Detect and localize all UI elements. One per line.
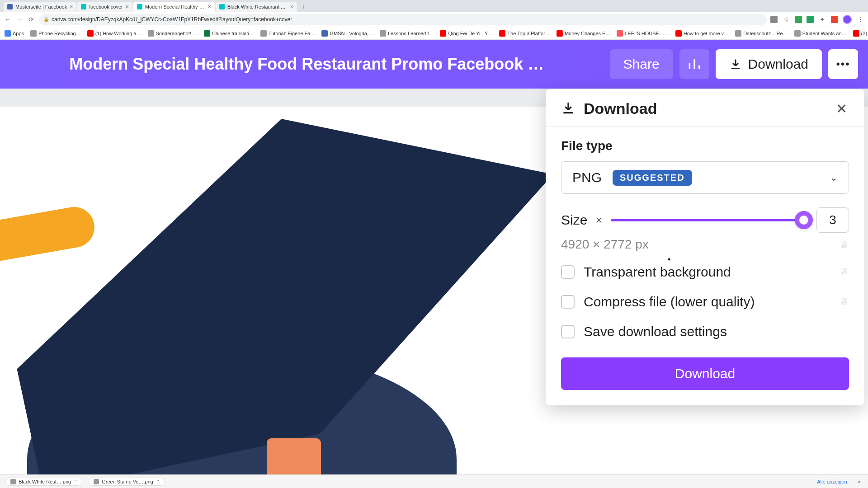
show-all-downloads[interactable]: Alle anzeigen xyxy=(815,479,850,484)
extension-icon[interactable] xyxy=(795,16,802,23)
download-icon xyxy=(729,58,742,70)
insights-button[interactable] xyxy=(679,49,709,79)
option-save-settings[interactable]: Save download settings xyxy=(561,324,849,339)
bookmark-item[interactable]: (1) How Working a… xyxy=(87,30,142,37)
bookmark-item[interactable]: LEE 'S HOUSE—… xyxy=(617,30,669,37)
bookmark-item[interactable]: Tutorial: Eigene Fa… xyxy=(260,30,316,37)
tab-current[interactable]: Modern Special Healthy Food× xyxy=(133,2,215,12)
download-button[interactable]: Download xyxy=(561,357,849,390)
bookmark-item[interactable]: (2) How To Add A… xyxy=(853,30,868,37)
close-shelf-button[interactable]: × xyxy=(856,479,863,484)
download-label: Download xyxy=(748,56,808,72)
file-type-select[interactable]: PNG SUGGESTED ⌄ xyxy=(561,161,849,194)
tab-cover[interactable]: facebook cover× xyxy=(77,2,132,12)
panel-body: File type PNG SUGGESTED ⌄ Size × 4920 × … xyxy=(546,127,864,405)
bookmark-item[interactable]: Apps xyxy=(5,30,24,37)
bookmark-item[interactable]: Qing Fei De Yi - Y… xyxy=(440,30,493,37)
shelf-download-item[interactable]: Green Stamp Ve….png ⌃ xyxy=(89,478,165,486)
size-input[interactable] xyxy=(816,207,849,233)
checkbox[interactable] xyxy=(561,295,575,309)
dimensions-row: 4920 × 2772 px ♕ xyxy=(561,237,849,252)
bookmark-favicon-icon xyxy=(557,30,563,37)
profile-avatar[interactable] xyxy=(843,15,852,24)
bookmark-favicon-icon xyxy=(735,30,741,37)
bookmark-item[interactable]: Chinese translati… xyxy=(204,30,254,37)
size-slider[interactable] xyxy=(611,211,808,229)
menu-icon[interactable]: ⋮ xyxy=(856,15,864,23)
bar-chart-icon xyxy=(687,57,702,71)
star-icon[interactable]: ☆ xyxy=(782,15,790,23)
more-button[interactable]: ••• xyxy=(828,49,858,79)
file-icon xyxy=(10,479,16,484)
slider-thumb[interactable] xyxy=(795,211,813,229)
bookmark-item[interactable]: GMSN - Vologda,… xyxy=(321,30,373,37)
bookmark-favicon-icon xyxy=(204,30,210,37)
puzzle-icon[interactable]: ✦ xyxy=(818,15,826,23)
back-icon[interactable]: ← xyxy=(4,15,12,23)
share-button[interactable]: Share xyxy=(610,49,673,79)
lock-icon: 🔒 xyxy=(43,17,49,22)
bookmark-favicon-icon xyxy=(499,30,505,37)
crown-icon: ♕ xyxy=(840,266,849,278)
download-shelf: Black White Rest….png ⌃ Green Stamp Ve….… xyxy=(0,474,868,488)
tab-facebook[interactable]: Musterseite | Facebook× xyxy=(4,2,76,12)
size-row: Size × xyxy=(561,207,849,233)
tab-black-white[interactable]: Black White Restaurant Typog× xyxy=(216,2,297,12)
chevron-up-icon[interactable]: ⌃ xyxy=(156,479,160,484)
file-type-value: PNG xyxy=(572,170,602,185)
shelf-download-item[interactable]: Black White Rest….png ⌃ xyxy=(5,478,82,486)
bookmark-item[interactable]: The Top 3 Platfor… xyxy=(499,30,550,37)
close-icon[interactable]: × xyxy=(290,4,293,10)
file-type-label: File type xyxy=(561,139,849,153)
forward-icon[interactable]: → xyxy=(15,15,24,23)
dimensions-text: 4920 × 2772 px xyxy=(561,237,840,252)
document-title: Modern Special Healthy Food Restaurant P… xyxy=(10,55,604,74)
tab-title: facebook cover xyxy=(89,4,123,9)
shelf-filename: Black White Rest….png xyxy=(19,479,71,484)
tab-title: Modern Special Healthy Food xyxy=(145,4,205,9)
favicon-icon xyxy=(219,4,225,9)
artwork-shape xyxy=(0,204,98,263)
bookmark-item[interactable]: Lessons Learned f… xyxy=(380,30,434,37)
extension-icon[interactable] xyxy=(807,16,814,23)
url-input[interactable]: 🔒 canva.com/design/DAEyzqkApKc/U_jCWYCc-… xyxy=(39,14,767,25)
bookmark-favicon-icon xyxy=(617,30,623,37)
chevron-down-icon: ⌄ xyxy=(830,172,838,183)
download-header-button[interactable]: Download xyxy=(716,49,822,79)
checkbox[interactable] xyxy=(561,265,575,279)
apps-icon xyxy=(5,30,11,37)
extension-icon[interactable] xyxy=(770,16,778,23)
crown-icon: ♕ xyxy=(840,239,849,250)
tab-title: Musterseite | Facebook xyxy=(15,4,67,9)
bookmark-item[interactable]: How to get more v… xyxy=(675,30,729,37)
chevron-up-icon[interactable]: ⌃ xyxy=(74,479,77,484)
option-transparent[interactable]: Transparent background ♕ xyxy=(561,264,849,280)
browser-tabs: Musterseite | Facebook× facebook cover× … xyxy=(0,0,868,12)
bookmark-item[interactable]: Phone Recycling… xyxy=(30,30,81,37)
bookmark-item[interactable]: Datenschutz – Re… xyxy=(735,30,788,37)
bookmark-favicon-icon xyxy=(853,30,859,37)
close-button[interactable]: ✕ xyxy=(834,101,849,117)
bookmark-item[interactable]: Money Changes E… xyxy=(557,30,611,37)
download-icon xyxy=(561,101,576,117)
checkbox[interactable] xyxy=(561,325,575,338)
close-icon[interactable]: × xyxy=(126,4,129,10)
extension-icon[interactable] xyxy=(831,16,838,23)
bookmark-item[interactable]: Sonderangebot! … xyxy=(148,30,198,37)
option-compress[interactable]: Compress file (lower quality) ♕ xyxy=(561,294,849,310)
bookmark-favicon-icon xyxy=(440,30,446,37)
artwork-shape xyxy=(267,438,321,474)
suggested-badge: SUGGESTED xyxy=(613,170,692,186)
address-bar-row: ← → ⟳ 🔒 canva.com/design/DAEyzqkApKc/U_j… xyxy=(0,12,868,27)
close-icon[interactable]: × xyxy=(208,4,211,10)
new-tab-button[interactable]: + xyxy=(298,2,309,12)
bookmark-favicon-icon xyxy=(794,30,801,37)
bookmark-favicon-icon xyxy=(321,30,328,37)
close-icon[interactable]: × xyxy=(70,4,73,10)
panel-header: Download ✕ xyxy=(546,89,864,127)
bookmark-favicon-icon xyxy=(148,30,154,37)
reload-icon[interactable]: ⟳ xyxy=(27,15,35,23)
bookmark-item[interactable]: Student Wants an… xyxy=(794,30,847,37)
shelf-filename: Green Stamp Ve….png xyxy=(102,479,153,484)
cursor-icon: ✦ xyxy=(667,256,671,263)
